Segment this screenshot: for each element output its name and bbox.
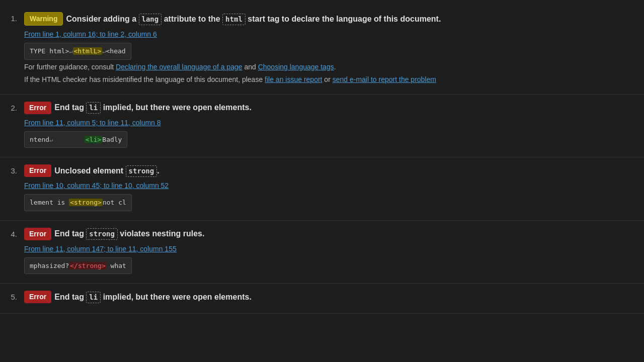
- item-header-text: End tag li implied, but there were open …: [54, 291, 252, 303]
- validation-item: 4.ErrorEnd tag strong violates nesting r…: [0, 221, 644, 284]
- item-content: ErrorEnd tag li implied, but there were …: [24, 291, 636, 306]
- severity-badge: Error: [24, 164, 51, 177]
- item-content: ErrorEnd tag strong violates nesting rul…: [24, 228, 636, 277]
- severity-badge: Error: [24, 228, 51, 240]
- item-number: 4.: [5, 228, 17, 240]
- item-content: ErrorEnd tag li implied, but there were …: [24, 102, 636, 150]
- inline-code: li: [86, 102, 101, 114]
- inline-code: html: [222, 14, 246, 25]
- item-header-text: Consider adding a lang attribute to the …: [66, 13, 441, 25]
- issue-report-text: If the HTML checker has misidentified th…: [24, 74, 636, 85]
- code-snippet: ntend↵ <li>Badly: [24, 131, 127, 148]
- item-header: ErrorEnd tag strong violates nesting rul…: [24, 228, 636, 240]
- guidance-link-2[interactable]: Choosing language tags: [258, 63, 334, 71]
- item-header: ErrorEnd tag li implied, but there were …: [24, 102, 636, 114]
- validation-item: 5.ErrorEnd tag li implied, but there wer…: [0, 284, 644, 314]
- inline-code: lang: [139, 14, 162, 25]
- code-snippet: TYPE html>↵<htmlL>↵<head: [24, 43, 131, 60]
- inline-code: li: [86, 292, 101, 303]
- item-header: WarningConsider adding a lang attribute …: [24, 12, 636, 26]
- validation-item: 2.ErrorEnd tag li implied, but there wer…: [0, 95, 644, 158]
- validation-item: 3.ErrorUnclosed element strong.From line…: [0, 157, 644, 221]
- issue-report-link[interactable]: file an issue report: [265, 75, 322, 83]
- item-header: ErrorUnclosed element strong.: [24, 164, 636, 177]
- item-number: 1.: [5, 12, 17, 25]
- send-email-link[interactable]: send e-mail to report the problem: [333, 75, 436, 83]
- item-number: 2.: [5, 102, 17, 114]
- location-link[interactable]: From line 10, column 45; to line 10, col…: [24, 180, 169, 191]
- severity-badge: Warning: [24, 12, 63, 26]
- guidance-link-1[interactable]: Declaring the overall language of a page: [116, 63, 242, 71]
- item-header-text: End tag strong violates nesting rules.: [54, 228, 204, 240]
- code-snippet: lement is <strong>not cl: [24, 194, 132, 211]
- severity-badge: Error: [24, 291, 51, 303]
- location-link[interactable]: From line 11, column 5; to line 11, colu…: [24, 118, 161, 128]
- item-content: ErrorUnclosed element strong.From line 1…: [24, 164, 636, 213]
- location-link[interactable]: From line 1, column 16; to line 2, colum…: [24, 29, 157, 40]
- item-number: 3.: [5, 164, 17, 177]
- code-snippet: mphasized?</strong> what: [24, 257, 132, 275]
- item-number: 5.: [5, 291, 17, 303]
- inline-code: strong: [126, 165, 157, 177]
- item-header-text: Unclosed element strong.: [54, 165, 159, 177]
- severity-badge: Error: [24, 102, 51, 114]
- validation-item: 1.WarningConsider adding a lang attribut…: [0, 5, 644, 95]
- item-header-text: End tag li implied, but there were open …: [54, 102, 252, 114]
- inline-code: strong: [86, 228, 118, 240]
- location-link[interactable]: From line 11, column 147; to line 11, co…: [24, 244, 177, 254]
- item-content: WarningConsider adding a lang attribute …: [24, 12, 636, 87]
- guidance-text: For further guidance, consult Declaring …: [24, 62, 636, 72]
- item-header: ErrorEnd tag li implied, but there were …: [24, 291, 636, 303]
